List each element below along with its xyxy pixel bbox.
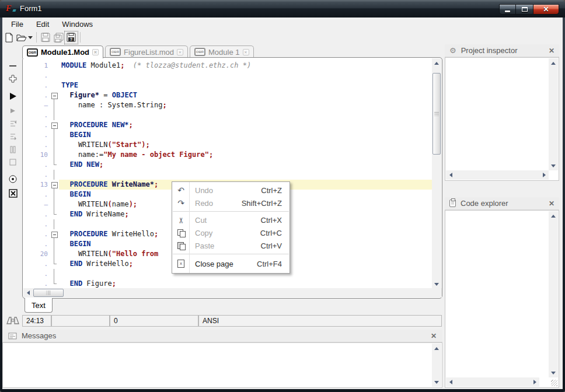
tab-close-icon[interactable]: ✕ (92, 49, 99, 55)
scroll-left-icon[interactable] (446, 170, 455, 180)
code-explorer-hscrollbar[interactable] (446, 377, 539, 387)
menu-item-copy[interactable]: Copy Ctrl+C (172, 226, 290, 239)
text-view-tab[interactable]: Text (25, 298, 53, 313)
messages-panel-content[interactable] (2, 342, 442, 388)
code-line[interactable]: – name : System.String; (23, 100, 433, 110)
project-inspector-close-icon[interactable]: ✕ (549, 47, 554, 54)
new-document-button[interactable] (2, 32, 15, 44)
editor-horizontal-scrollbar[interactable] (23, 288, 442, 298)
maximize-button[interactable] (516, 4, 533, 15)
tab-close-icon[interactable]: ✕ (177, 49, 183, 55)
code-line[interactable]: . END Figure; (23, 279, 433, 289)
run-step-button[interactable] (5, 105, 21, 117)
code-line[interactable]: 10 name:="My name - object Figure"; (23, 150, 433, 160)
code-line[interactable]: . Figure* = OBJECT (23, 90, 433, 100)
menu-label: Paste (190, 242, 261, 250)
step-over-button[interactable] (5, 131, 21, 142)
title-bar[interactable]: F Form1 ✕ (0, 0, 565, 18)
resize-grip-icon[interactable] (551, 380, 557, 386)
close-button[interactable]: ✕ (533, 4, 559, 15)
save-project-button[interactable]: ? (65, 32, 78, 44)
scroll-left-icon[interactable] (23, 288, 33, 298)
menu-label: Redo (190, 199, 242, 208)
line-marker: 10 (23, 151, 50, 159)
messages-close-icon[interactable]: ✕ (431, 332, 437, 340)
minimize-button[interactable] (499, 4, 516, 15)
line-marker: – (23, 102, 50, 109)
code-line[interactable]: . (23, 110, 433, 120)
code-line[interactable]: . PROCEDURE NEW*; (23, 120, 433, 130)
code-text: BEGIN (59, 130, 433, 140)
close-page-icon: x (172, 260, 190, 268)
menu-item-undo[interactable]: ↶ Undo Ctrl+Z (172, 184, 290, 197)
fold-guide (50, 61, 59, 71)
code-explorer-close-icon[interactable]: ✕ (549, 200, 554, 207)
fold-guide (50, 150, 59, 160)
scroll-up-icon[interactable] (549, 58, 558, 68)
code-explorer-vscrollbar[interactable] (549, 211, 558, 377)
scroll-down-icon[interactable] (432, 279, 441, 289)
fold-toggle-icon[interactable] (50, 120, 59, 130)
open-dropdown-icon[interactable] (28, 36, 33, 41)
close-all-icon (9, 189, 18, 198)
fold-toggle-icon[interactable] (50, 180, 59, 190)
tab-figurelist-mod[interactable]: OBR FigureList.mod ✕ (105, 46, 188, 58)
scroll-up-icon[interactable] (549, 211, 558, 220)
menu-windows[interactable]: Windows (55, 19, 99, 30)
scroll-right-icon[interactable] (539, 170, 549, 180)
save-button[interactable] (39, 32, 52, 44)
horizontal-scroll-thumb[interactable] (33, 289, 64, 297)
line-marker: . (23, 131, 50, 139)
run-step-icon (10, 108, 16, 114)
save-all-button[interactable] (52, 32, 65, 44)
scroll-up-icon[interactable] (432, 58, 441, 68)
open-file-icon (16, 33, 27, 42)
record-button[interactable] (5, 173, 21, 185)
scroll-up-icon[interactable] (432, 344, 441, 353)
code-text: name : System.String; (59, 100, 433, 110)
menu-item-close-page[interactable]: x Close page Ctrl+F4 (172, 256, 290, 271)
menu-item-redo[interactable]: ↷ Redo Shift+Ctrl+Z (172, 197, 290, 209)
code-line[interactable]: . (23, 170, 433, 180)
vertical-scroll-thumb[interactable] (433, 73, 441, 155)
editor-vertical-scrollbar[interactable] (432, 58, 441, 289)
fold-guide (50, 249, 59, 259)
fold-toggle-icon[interactable] (50, 229, 59, 239)
fold-toggle-icon[interactable] (50, 90, 59, 100)
expand-plus-button[interactable] (5, 73, 21, 85)
tab-close-icon[interactable]: ✕ (243, 49, 249, 55)
messages-icon (8, 332, 17, 340)
paste-icon (172, 242, 190, 250)
code-line[interactable]: . BEGIN (23, 130, 433, 140)
scroll-down-icon[interactable] (549, 368, 558, 377)
obr-file-icon: OBR (110, 48, 121, 56)
tab-module1-mod[interactable]: OBR Module1.Mod ✕ (22, 46, 103, 58)
code-explorer-content[interactable] (445, 210, 559, 388)
pause-button[interactable] (5, 144, 21, 155)
code-line[interactable]: . (23, 71, 433, 80)
tab-module-1[interactable]: OBR Module 1 ✕ (190, 46, 253, 58)
scroll-right-icon[interactable] (530, 377, 539, 387)
menu-item-paste[interactable]: Paste Ctrl+V (172, 239, 290, 252)
menu-label: Cut (190, 216, 261, 225)
scroll-left-icon[interactable] (446, 377, 455, 387)
project-inspector-vscrollbar[interactable] (549, 58, 558, 170)
code-line[interactable]: . WRITELN("Start"); (23, 140, 433, 150)
code-line[interactable]: . END NEW; (23, 160, 433, 170)
project-inspector-content[interactable] (445, 57, 559, 181)
step-into-button[interactable] (5, 118, 21, 130)
open-file-button[interactable] (15, 32, 28, 44)
stop-button[interactable] (5, 156, 21, 168)
scroll-down-icon[interactable] (432, 377, 441, 387)
messages-scrollbar[interactable] (432, 344, 441, 387)
run-button[interactable] (5, 90, 21, 102)
scroll-down-icon[interactable] (549, 161, 558, 170)
close-all-button[interactable] (5, 187, 21, 199)
code-line[interactable]: .TYPE (23, 80, 433, 90)
menu-item-cut[interactable]: ✂ Cut Ctrl+X (172, 214, 290, 226)
code-line[interactable]: 1MODULE Module1; (* tlozza@student.ethz.… (23, 61, 433, 71)
menu-file[interactable]: File (5, 19, 30, 30)
menu-edit[interactable]: Edit (30, 19, 55, 30)
project-inspector-hscrollbar[interactable] (446, 170, 549, 180)
collapse-button[interactable] (5, 60, 21, 72)
